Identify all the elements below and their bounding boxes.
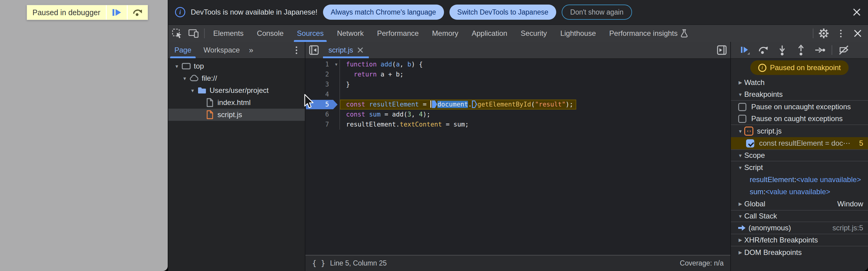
tab-label: Performance insights <box>609 29 678 38</box>
always-match-language-button[interactable]: Always match Chrome's language <box>323 5 444 20</box>
tree-item-top[interactable]: ▼top <box>168 60 305 72</box>
checkbox-pause-on-uncaught-exceptions[interactable] <box>738 103 746 111</box>
tree-item-users-user-project[interactable]: ▼Users/user/project <box>168 84 305 96</box>
pretty-print-icon[interactable]: { } <box>312 259 325 268</box>
resume-button[interactable] <box>736 42 753 58</box>
toggle-navigator-button[interactable] <box>305 42 322 58</box>
expand-arrow-icon[interactable]: ▼ <box>181 76 189 81</box>
frame-location: script.js:5 <box>833 224 863 232</box>
navigator-tab-page[interactable]: Page <box>168 42 197 58</box>
tab-application[interactable]: Application <box>465 25 514 42</box>
frame-anonymous[interactable]: (anonymous)script.js:5 <box>731 222 868 234</box>
expand-arrow-icon[interactable]: ▶ <box>736 237 744 243</box>
tab-performance[interactable]: Performance <box>370 25 425 42</box>
collapse-arrow-icon[interactable]: ▼ <box>736 92 744 97</box>
tab-memory[interactable]: Memory <box>426 25 465 42</box>
tab-lighthouse[interactable]: Lighthouse <box>554 25 602 42</box>
main-tabbar-tabs: ElementsConsoleSourcesNetworkPerformance… <box>207 25 694 42</box>
expand-arrow-icon[interactable]: ▶ <box>736 250 744 255</box>
editor-pane: script.js 1▼function add(a, b) {2 return… <box>305 42 731 271</box>
collapse-arrow-icon[interactable]: ▼ <box>736 165 744 170</box>
navigator-more-options-button[interactable] <box>288 42 305 58</box>
expand-arrow-icon[interactable]: ▼ <box>188 88 197 93</box>
editor-tabstrip: script.js <box>305 42 730 59</box>
dont-show-again-button[interactable]: Don't show again <box>562 5 632 20</box>
step-over-button[interactable] <box>754 42 772 58</box>
gutter-line-1[interactable]: 1▼ <box>305 59 340 69</box>
gutter-line-2[interactable]: 2 <box>305 69 340 80</box>
tab-elements[interactable]: Elements <box>207 25 250 42</box>
section-breakpoints[interactable]: ▼Breakpoints <box>731 89 868 101</box>
section-watch[interactable]: ▶Watch <box>731 77 868 89</box>
inline-breakpoint-marker-hollow[interactable] <box>472 100 477 108</box>
inspect-element-button[interactable] <box>168 25 185 42</box>
tab-label: Sources <box>297 29 323 38</box>
gutter-line-7[interactable]: 7 <box>305 120 340 129</box>
web-page-background: Paused in debugger <box>0 0 168 271</box>
tab-console[interactable]: Console <box>250 25 290 42</box>
settings-button[interactable] <box>815 25 832 42</box>
tree-item-file[interactable]: ▼file:// <box>168 72 305 84</box>
checkbox-pause-on-caught-exceptions[interactable]: Pause on caught exceptions <box>731 113 868 125</box>
step-into-button[interactable] <box>773 42 791 58</box>
bp-const-resultelement-doc[interactable]: const resultElement = doc⋯5 <box>731 137 868 149</box>
breakpoint-checkbox[interactable] <box>746 139 754 148</box>
inline-breakpoint-marker-filled[interactable] <box>432 100 437 108</box>
section-xhr-fetch-breakpoints[interactable]: ▶XHR/fetch Breakpoints <box>731 234 868 246</box>
collapse-arrow-icon[interactable]: ▼ <box>736 129 744 134</box>
checkbox-pause-on-caught-exceptions[interactable] <box>738 115 746 123</box>
resume-script-button[interactable] <box>107 5 127 20</box>
sources-panel: PageWorkspace » ▼top▼file://▼Users/user/… <box>168 42 868 271</box>
gutter-line-5[interactable]: 5 <box>305 99 340 110</box>
kv-global[interactable]: ▶GlobalWindow <box>731 198 868 210</box>
gutter-line-4[interactable]: 4 <box>305 90 340 99</box>
tab-performance-insights[interactable]: Performance insights <box>602 25 694 42</box>
collapse-arrow-icon[interactable]: ▼ <box>736 153 744 158</box>
debugger-content: i Paused on breakpoint ▶Watch▼Breakpoint… <box>731 59 868 271</box>
more-tabs-chevron-icon[interactable]: » <box>246 42 255 58</box>
tab-label: Console <box>257 29 284 38</box>
section-call-stack[interactable]: ▼Call Stack <box>731 210 868 222</box>
code-editor[interactable]: 1▼function add(a, b) {2 return a + b;3}4… <box>305 59 730 255</box>
code-line-1: 1▼function add(a, b) { <box>305 59 730 69</box>
deactivate-breakpoints-button[interactable] <box>835 42 853 58</box>
infobar-close-icon[interactable] <box>852 8 861 17</box>
scopevar-sum[interactable]: sum: <value unavailable> <box>731 186 868 198</box>
tab-security[interactable]: Security <box>514 25 554 42</box>
step-out-button[interactable] <box>792 42 810 58</box>
section-scope[interactable]: ▼Scope <box>731 149 868 161</box>
expand-arrow-icon[interactable]: ▶ <box>736 80 744 85</box>
more-options-button[interactable] <box>832 25 849 42</box>
tab-label: Network <box>337 29 364 38</box>
navigator-tab-workspace[interactable]: Workspace <box>197 42 246 58</box>
checkbox-pause-on-uncaught-exceptions[interactable]: Pause on uncaught exceptions <box>731 101 868 113</box>
code-fold-arrow-icon[interactable]: ▼ <box>334 59 338 69</box>
tree-item-index-html[interactable]: index.html <box>168 96 305 109</box>
close-devtools-button[interactable] <box>849 25 866 42</box>
resume-icon <box>112 8 122 17</box>
info-icon: i <box>175 7 185 17</box>
gutter-line-6[interactable]: 6 <box>305 110 340 120</box>
toolbar-divider-right <box>813 29 813 38</box>
group-script-js[interactable]: ▼‹›script.js <box>731 125 868 137</box>
switch-to-japanese-button[interactable]: Switch DevTools to Japanese <box>450 5 556 20</box>
toggle-debugger-sidebar-button[interactable] <box>713 42 730 58</box>
scopevar-resultelement[interactable]: resultElement: <value unavailable> <box>731 174 868 186</box>
step-button[interactable] <box>811 42 829 58</box>
tab-label: Performance <box>377 29 418 38</box>
editor-tab-close-icon[interactable] <box>357 47 363 53</box>
section-dom-breakpoints[interactable]: ▶DOM Breakpoints <box>731 246 868 259</box>
paused-execution-line: const resultElement = document.getElemen… <box>340 99 576 110</box>
collapse-arrow-icon[interactable]: ▼ <box>736 214 744 219</box>
tab-sources[interactable]: Sources <box>290 25 330 42</box>
tab-network[interactable]: Network <box>330 25 370 42</box>
gutter-line-3[interactable]: 3 <box>305 80 340 90</box>
editor-tab-scriptjs[interactable]: script.js <box>322 42 369 58</box>
tree-item-script-js[interactable]: script.js <box>168 109 305 121</box>
device-toolbar-button[interactable] <box>185 25 202 42</box>
section-label: script.js <box>757 127 781 136</box>
expand-arrow-icon[interactable]: ▶ <box>736 201 744 207</box>
expand-arrow-icon[interactable]: ▼ <box>173 64 181 69</box>
step-over-banner-button[interactable] <box>128 5 148 20</box>
scopegroup-script[interactable]: ▼Script <box>731 161 868 174</box>
